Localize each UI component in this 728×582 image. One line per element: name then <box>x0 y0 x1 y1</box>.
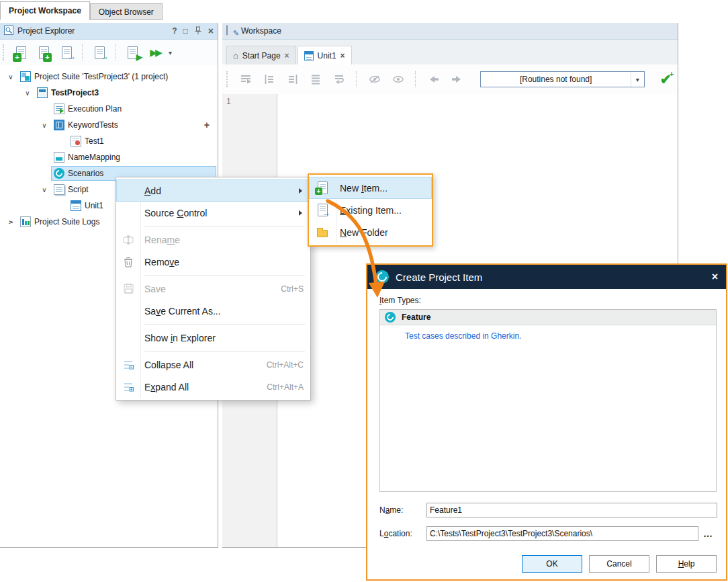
name-input[interactable] <box>426 503 717 517</box>
tree-item-keywordtests[interactable]: KeywordTests + <box>0 117 218 133</box>
outdent-icon[interactable] <box>260 70 279 89</box>
chevron-down-icon[interactable] <box>38 122 51 129</box>
collapse-all-icon <box>116 360 140 370</box>
toolbar-grip[interactable] <box>3 44 6 60</box>
menu-separator <box>144 351 305 351</box>
chevron-down-icon[interactable] <box>38 186 51 194</box>
location-input[interactable] <box>426 526 698 541</box>
tree-item-testproject3[interactable]: TestProject3 <box>0 85 218 101</box>
pin-icon[interactable] <box>194 26 202 36</box>
format-code-icon[interactable] <box>306 70 325 89</box>
chevron-right-icon[interactable] <box>4 218 17 226</box>
menu-item-source-control[interactable]: Source Control <box>116 202 310 224</box>
project-explorer-title: Project Explorer <box>17 26 75 36</box>
run-all-icon: ▶▶ <box>150 48 161 57</box>
indent-icon[interactable] <box>283 70 302 89</box>
workspace-icon: ✎ <box>226 26 237 36</box>
menu-item-show-in-explorer[interactable]: Show in Explorer <box>116 327 310 349</box>
create-project-item-dialog: Create Project Item × Item Types: Featur… <box>366 263 727 581</box>
show-whitespace-icon[interactable] <box>389 70 408 89</box>
close-tab-icon[interactable]: × <box>340 51 345 60</box>
navigate-forward-icon[interactable] <box>448 70 467 89</box>
wrap-lines-icon[interactable] <box>330 70 349 89</box>
add-keyword-test-button[interactable]: + <box>204 120 210 130</box>
toolbar-separator <box>115 44 117 60</box>
tab-project-workspace[interactable]: Project Workspace <box>0 1 90 20</box>
execution-plan-icon <box>54 103 64 114</box>
help-icon[interactable]: ? <box>172 27 177 35</box>
menu-separator <box>144 275 305 276</box>
project-suite-icon <box>20 71 31 82</box>
chevron-down-icon[interactable] <box>21 89 34 97</box>
workspace-header: ✎ Workspace <box>222 23 678 40</box>
hide-whitespace-icon[interactable] <box>365 70 384 89</box>
menu-item-remove[interactable]: Remove <box>116 251 310 273</box>
explorer-icon <box>4 26 13 37</box>
unit-icon <box>71 200 81 211</box>
menu-separator <box>144 226 305 226</box>
close-icon[interactable]: × <box>208 26 214 36</box>
menu-item-collapse-all[interactable]: Collapse All Ctrl+Alt+C <box>116 354 310 376</box>
menu-item-add[interactable]: Add <box>116 179 310 202</box>
new-project-button[interactable]: + <box>34 42 54 63</box>
tree-item-project-suite[interactable]: Project Suite 'TestProject3' (1 project) <box>0 69 218 85</box>
close-icon[interactable]: × <box>712 271 718 283</box>
browse-button[interactable]: … <box>700 526 716 541</box>
cancel-button[interactable]: Cancel <box>589 555 649 573</box>
project-explorer-header: Project Explorer ? □ × <box>0 23 218 40</box>
tab-start-page[interactable]: ⌂ Start Page × <box>226 46 296 65</box>
chevron-down-icon[interactable] <box>4 73 17 81</box>
add-arrow-icon: → <box>101 52 109 60</box>
rename-icon <box>116 235 140 245</box>
logs-icon <box>20 216 31 227</box>
project-explorer-toolbar: + + → → ▶ ▶▶ ▾ <box>0 40 218 65</box>
editor-toolbar: [Routines not found] ▾ ✔ + <box>222 65 678 94</box>
trash-icon <box>116 257 140 267</box>
tab-object-browser[interactable]: Object Browser <box>90 3 163 20</box>
run-project-button[interactable]: ▶ <box>122 42 142 63</box>
menu-item-rename[interactable]: Rename <box>116 228 310 251</box>
item-type-feature[interactable]: Feature <box>380 310 716 325</box>
tab-unit1[interactable]: Unit1 × <box>298 46 352 65</box>
chevron-down-icon[interactable]: ▾ <box>631 72 644 87</box>
project-icon <box>37 87 48 98</box>
navigate-back-icon[interactable] <box>424 70 443 89</box>
close-tab-icon[interactable]: × <box>285 51 289 60</box>
script-icon <box>54 184 64 195</box>
add-existing-item-button[interactable]: → <box>89 42 109 63</box>
append-to-test-icon[interactable] <box>236 70 255 89</box>
open-arrow-icon: → <box>68 52 76 60</box>
new-project-suite-button[interactable]: + <box>11 42 31 63</box>
gherkin-icon <box>385 312 396 323</box>
menu-separator <box>144 324 305 325</box>
pencil-icon: ✎ <box>233 29 239 38</box>
plus-icon: + <box>13 53 21 62</box>
unit-icon <box>304 51 314 60</box>
syntax-check-icon[interactable]: ✔ + <box>660 73 674 86</box>
tree-item-namemapping[interactable]: NameMapping <box>0 149 218 165</box>
tree-item-test1[interactable]: Test1 <box>0 133 218 149</box>
toolbar-separator <box>82 44 84 60</box>
dialog-body: Item Types: Feature Test cases described… <box>367 289 726 579</box>
toolbar-grip[interactable] <box>226 71 230 87</box>
main-tab-bar: Project Workspace Object Browser <box>0 0 163 20</box>
routines-dropdown[interactable]: [Routines not found] ▾ <box>480 71 644 87</box>
floppy-icon <box>116 284 140 294</box>
menu-item-save[interactable]: Save Ctrl+S <box>116 278 310 300</box>
item-types-list: Feature Test cases described in Gherkin. <box>379 309 717 492</box>
run-dropdown-caret-icon[interactable]: ▾ <box>169 49 172 56</box>
plus-icon: + <box>43 53 52 62</box>
help-button[interactable]: Help <box>656 555 717 573</box>
dialog-buttons: OK Cancel Help <box>522 555 717 573</box>
toolbar-separator <box>356 71 358 87</box>
menu-item-expand-all[interactable]: Expand All Ctrl+Alt+A <box>116 376 310 398</box>
location-label: Location: <box>379 529 412 538</box>
menu-item-save-current-as[interactable]: Save Current As... <box>116 300 310 322</box>
home-icon: ⌂ <box>233 50 238 60</box>
open-project-suite-button[interactable]: → <box>56 42 77 63</box>
maximize-icon[interactable]: □ <box>183 27 188 35</box>
scenarios-icon <box>54 168 64 179</box>
ok-button[interactable]: OK <box>522 555 582 573</box>
tree-item-execution-plan[interactable]: Execution Plan <box>0 101 218 117</box>
run-project-suite-button[interactable]: ▶▶ <box>145 42 165 63</box>
